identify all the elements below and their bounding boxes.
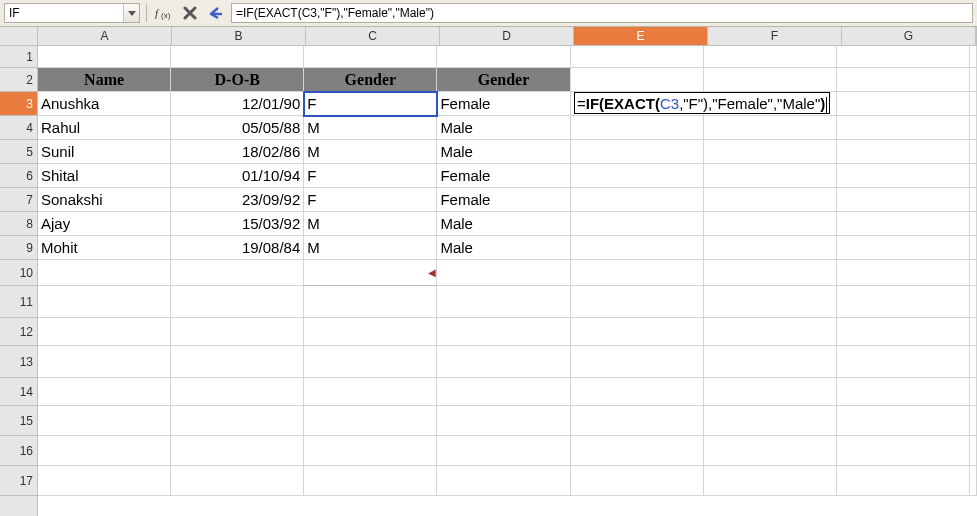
row-header-14[interactable]: 14 bbox=[0, 378, 37, 406]
row-header-15[interactable]: 15 bbox=[0, 406, 37, 436]
cell-C17[interactable] bbox=[304, 466, 437, 496]
cell-B16[interactable] bbox=[171, 436, 304, 466]
cell-E10[interactable] bbox=[571, 260, 704, 286]
cell-A6[interactable]: Shital bbox=[38, 164, 171, 188]
cell-G4[interactable] bbox=[837, 116, 970, 140]
accept-button[interactable] bbox=[205, 3, 227, 23]
cell-D5[interactable]: Male bbox=[437, 140, 570, 164]
row-header-7[interactable]: 7 bbox=[0, 188, 37, 212]
cell-C9[interactable]: M bbox=[304, 236, 437, 260]
cell-B4[interactable]: 05/05/88 bbox=[171, 116, 304, 140]
cell-E9[interactable] bbox=[571, 236, 704, 260]
column-header-E[interactable]: E bbox=[574, 27, 708, 45]
row-header-2[interactable]: 2 bbox=[0, 68, 37, 92]
cell-G2[interactable] bbox=[837, 68, 970, 92]
column-header-D[interactable]: D bbox=[440, 27, 574, 45]
cell-G5[interactable] bbox=[837, 140, 970, 164]
cell-A1[interactable] bbox=[38, 46, 171, 68]
name-box[interactable] bbox=[4, 3, 140, 23]
cell-A11[interactable] bbox=[38, 286, 171, 318]
cell-C4[interactable]: M bbox=[304, 116, 437, 140]
cell-C14[interactable] bbox=[304, 378, 437, 406]
row-header-8[interactable]: 8 bbox=[0, 212, 37, 236]
cell-E8[interactable] bbox=[571, 212, 704, 236]
cell-G3[interactable] bbox=[837, 92, 970, 116]
cell-A8[interactable]: Ajay bbox=[38, 212, 171, 236]
cell-F8[interactable] bbox=[704, 212, 837, 236]
cell-F5[interactable] bbox=[704, 140, 837, 164]
cell-G15[interactable] bbox=[837, 406, 970, 436]
cell-C1[interactable] bbox=[304, 46, 437, 68]
cell-C13[interactable] bbox=[304, 346, 437, 378]
cell-B10[interactable] bbox=[171, 260, 304, 286]
row-header-16[interactable]: 16 bbox=[0, 436, 37, 466]
cell-G12[interactable] bbox=[837, 318, 970, 346]
row-header-6[interactable]: 6 bbox=[0, 164, 37, 188]
cell-E7[interactable] bbox=[571, 188, 704, 212]
function-wizard-button[interactable]: f (x) bbox=[153, 3, 175, 23]
cell-A7[interactable]: Sonakshi bbox=[38, 188, 171, 212]
cell-C16[interactable] bbox=[304, 436, 437, 466]
cell-G6[interactable] bbox=[837, 164, 970, 188]
cell-B11[interactable] bbox=[171, 286, 304, 318]
cell-F2[interactable] bbox=[704, 68, 837, 92]
cell-A5[interactable]: Sunil bbox=[38, 140, 171, 164]
cell-F12[interactable] bbox=[704, 318, 837, 346]
cell-C15[interactable] bbox=[304, 406, 437, 436]
cell-E6[interactable] bbox=[571, 164, 704, 188]
cell-D3[interactable]: Female bbox=[437, 92, 570, 116]
column-header-B[interactable]: B bbox=[172, 27, 306, 45]
cell-B14[interactable] bbox=[171, 378, 304, 406]
cell-D12[interactable] bbox=[437, 318, 570, 346]
cell-E15[interactable] bbox=[571, 406, 704, 436]
cell-C2[interactable]: Gender bbox=[304, 68, 437, 92]
column-header-A[interactable]: A bbox=[38, 27, 172, 45]
cell-A4[interactable]: Rahul bbox=[38, 116, 171, 140]
column-header-G[interactable]: G bbox=[842, 27, 976, 45]
cell-G14[interactable] bbox=[837, 378, 970, 406]
cell-B6[interactable]: 01/10/94 bbox=[171, 164, 304, 188]
cell-A16[interactable] bbox=[38, 436, 171, 466]
column-header-C[interactable]: C bbox=[306, 27, 440, 45]
cell-B17[interactable] bbox=[171, 466, 304, 496]
cell-F17[interactable] bbox=[704, 466, 837, 496]
row-header-17[interactable]: 17 bbox=[0, 466, 37, 496]
cell-D11[interactable] bbox=[437, 286, 570, 318]
cell-E16[interactable] bbox=[571, 436, 704, 466]
row-header-12[interactable]: 12 bbox=[0, 318, 37, 346]
row-header-10[interactable]: 10 bbox=[0, 260, 37, 286]
row-header-4[interactable]: 4 bbox=[0, 116, 37, 140]
row-header-11[interactable]: 11 bbox=[0, 286, 37, 318]
cell-C12[interactable] bbox=[304, 318, 437, 346]
cell-D10[interactable] bbox=[437, 260, 570, 286]
cell-E4[interactable] bbox=[571, 116, 704, 140]
cell-A14[interactable] bbox=[38, 378, 171, 406]
cell-G16[interactable] bbox=[837, 436, 970, 466]
cell-C5[interactable]: M bbox=[304, 140, 437, 164]
cell-F9[interactable] bbox=[704, 236, 837, 260]
cell-E12[interactable] bbox=[571, 318, 704, 346]
cell-A3[interactable]: Anushka bbox=[38, 92, 171, 116]
cancel-button[interactable] bbox=[179, 3, 201, 23]
cell-B5[interactable]: 18/02/86 bbox=[171, 140, 304, 164]
cell-A10[interactable] bbox=[38, 260, 171, 286]
cell-F16[interactable] bbox=[704, 436, 837, 466]
cell-G13[interactable] bbox=[837, 346, 970, 378]
cell-B3[interactable]: 12/01/90 bbox=[171, 92, 304, 116]
cell-D1[interactable] bbox=[437, 46, 570, 68]
cell-A9[interactable]: Mohit bbox=[38, 236, 171, 260]
cell-D2[interactable]: Gender bbox=[437, 68, 570, 92]
cell-C8[interactable]: M bbox=[304, 212, 437, 236]
cell-A17[interactable] bbox=[38, 466, 171, 496]
cell-A2[interactable]: Name bbox=[38, 68, 171, 92]
cell-F11[interactable] bbox=[704, 286, 837, 318]
cell-C10[interactable]: ◀ bbox=[304, 260, 437, 286]
cell-G7[interactable] bbox=[837, 188, 970, 212]
cell-D8[interactable]: Male bbox=[437, 212, 570, 236]
cell-F13[interactable] bbox=[704, 346, 837, 378]
cell-D15[interactable] bbox=[437, 406, 570, 436]
cell-B15[interactable] bbox=[171, 406, 304, 436]
row-header-1[interactable]: 1 bbox=[0, 46, 37, 68]
cell-E11[interactable] bbox=[571, 286, 704, 318]
row-header-13[interactable]: 13 bbox=[0, 346, 37, 378]
